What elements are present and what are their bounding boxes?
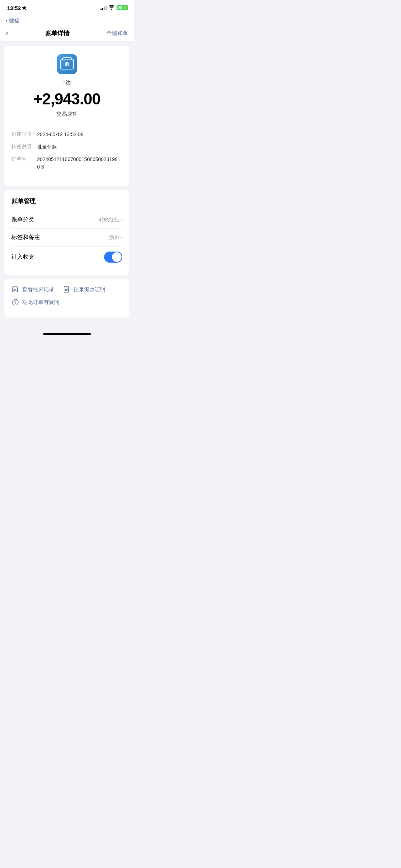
detail-label-time: 创建时间: [11, 131, 37, 138]
main-content: ¥ ¥ *达 +2,943.00 交易成功 创建时间 2024-05-12 13…: [0, 41, 134, 326]
flow-proof-action[interactable]: 往来流水证明: [63, 285, 106, 293]
question-label: 对此订单有疑问: [22, 299, 60, 306]
question-icon: [11, 298, 19, 306]
category-label: 账单分类: [11, 216, 34, 223]
management-card: 账单管理 账单分类 转账红包 › 标签和备注 添加 › 计入收支: [4, 190, 129, 275]
view-history-label: 查看往来记录: [22, 286, 54, 293]
tag-label: 标签和备注: [11, 234, 40, 241]
toggle-knob: [112, 252, 122, 262]
flow-proof-label: 往来流水证明: [73, 286, 106, 293]
detail-label-order: 订单号: [11, 156, 37, 162]
accounting-row: 计入收支: [11, 247, 122, 268]
status-icons: 28 ⚡: [101, 5, 128, 11]
detail-value-note: 批量付款: [37, 143, 122, 151]
tag-value: 添加 ›: [109, 234, 122, 241]
back-chevron-icon: ‹: [6, 17, 7, 24]
page-title: 账单详情: [45, 29, 70, 37]
wifi-icon: [109, 5, 114, 11]
detail-row-time: 创建时间 2024-05-12 13:52:08: [11, 131, 122, 138]
detail-section: 创建时间 2024-05-12 13:52:08 转账说明 批量付款 订单号 2…: [11, 125, 122, 176]
wechat-back-label[interactable]: ‹ 微信: [6, 17, 20, 24]
chevron-right-icon-2: ›: [120, 234, 122, 241]
tag-row[interactable]: 标签和备注 添加 ›: [11, 229, 122, 247]
time-text: 13:52: [7, 5, 21, 11]
wechat-back-bar: ‹ 微信: [0, 16, 134, 26]
category-row[interactable]: 账单分类 转账红包 ›: [11, 211, 122, 229]
detail-label-note: 转账说明: [11, 143, 37, 150]
location-icon: [22, 6, 26, 10]
back-button[interactable]: ‹: [6, 30, 8, 37]
merchant-name: *达: [63, 79, 71, 87]
home-bar: [43, 333, 91, 335]
battery-icon: 28 ⚡: [117, 5, 128, 10]
svg-text:¥: ¥: [66, 63, 68, 66]
view-history-action[interactable]: 查看往来记录: [11, 285, 54, 293]
signal-icon: [101, 6, 107, 10]
accounting-toggle[interactable]: [104, 252, 122, 263]
detail-value-time: 2024-05-12 13:52:08: [37, 131, 122, 138]
management-title: 账单管理: [11, 197, 122, 205]
status-time: 13:52: [7, 5, 26, 11]
actions-row-2: 对此订单有疑问: [11, 298, 122, 306]
home-indicator: [0, 326, 134, 338]
all-bills-button[interactable]: 全部账单: [107, 30, 128, 37]
transaction-card: ¥ ¥ *达 +2,943.00 交易成功 创建时间 2024-05-12 13…: [4, 46, 129, 186]
history-icon: [11, 285, 19, 293]
chevron-right-icon: ›: [120, 217, 122, 223]
question-action[interactable]: 对此订单有疑问: [11, 298, 60, 306]
detail-row-note: 转账说明 批量付款: [11, 143, 122, 151]
status-bar: 13:52 28 ⚡: [0, 0, 134, 16]
actions-row-1: 查看往来记录 往来流水证明: [11, 285, 122, 293]
merchant-icon: ¥ ¥: [57, 54, 77, 74]
detail-row-order: 订单号 2024051211007000150665002319816 3: [11, 156, 122, 171]
transaction-status: 交易成功: [56, 111, 78, 118]
transaction-amount: +2,943.00: [34, 90, 101, 108]
nav-bar: ‹ 账单详情 全部账单: [0, 26, 134, 41]
category-value: 转账红包 ›: [99, 217, 122, 223]
detail-value-order: 2024051211007000150665002319816 3: [37, 156, 122, 171]
wechat-label-text: 微信: [9, 17, 20, 24]
accounting-label: 计入收支: [11, 253, 34, 261]
document-icon: [63, 285, 71, 293]
svg-point-5: [15, 303, 15, 304]
actions-card: 查看往来记录 往来流水证明: [4, 279, 129, 317]
